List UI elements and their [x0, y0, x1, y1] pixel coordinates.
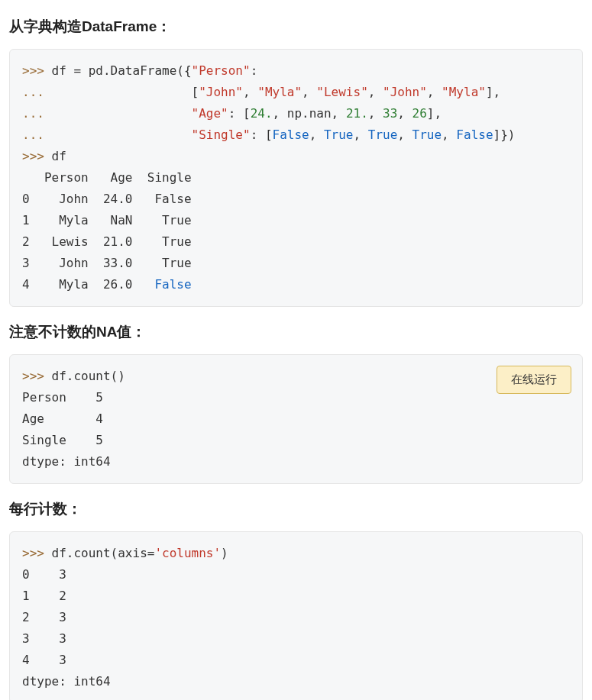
section-heading-3: 每行计数： — [9, 499, 583, 519]
code-text: , — [397, 127, 412, 142]
number-literal: 33 — [383, 106, 397, 121]
repl-cont: ... — [22, 127, 192, 142]
repl-prompt: >>> — [22, 149, 52, 163]
code-block-3: >>> df.count(axis='columns') 0 3 1 2 2 3… — [9, 531, 583, 700]
code-text: , — [397, 106, 412, 121]
code-text: df.count(axis= — [52, 546, 155, 560]
string-literal: "John" — [199, 85, 243, 99]
string-literal: "John" — [383, 85, 427, 99]
code-text: , — [354, 127, 368, 142]
string-literal: "Age" — [192, 106, 228, 121]
code-text: : — [251, 63, 258, 78]
string-literal: "Lewis" — [316, 85, 367, 99]
run-online-button[interactable]: 在线运行 — [497, 366, 571, 394]
section-heading-1: 从字典构造DataFrame： — [9, 17, 583, 37]
repl-prompt: >>> — [22, 546, 52, 560]
code-output: Person 5 Age 4 Single 5 dtype: int64 — [22, 390, 111, 469]
code-text: , — [368, 106, 383, 121]
keyword-literal: False — [154, 277, 191, 292]
string-literal: "Person" — [192, 63, 251, 78]
code-text: [ — [192, 85, 199, 99]
string-literal: "Single" — [192, 127, 251, 142]
code-text: : [ — [228, 106, 251, 121]
code-text: , np.nan, — [273, 106, 346, 121]
code-output: Person Age Single 0 John 24.0 False 1 My… — [22, 170, 192, 292]
code-text: : [ — [251, 127, 273, 142]
number-literal: 21. — [346, 106, 368, 121]
code-block-2: 在线运行>>> df.count() Person 5 Age 4 Single… — [9, 354, 583, 484]
repl-cont: ... — [22, 106, 192, 121]
code-text: ], — [427, 106, 442, 121]
string-literal: 'columns' — [154, 546, 221, 560]
string-literal: "Myla" — [257, 85, 302, 99]
string-literal: "Myla" — [442, 85, 486, 99]
code-output: 0 3 1 2 2 3 3 3 4 3 dtype: int64 — [22, 567, 111, 689]
keyword-literal: True — [368, 127, 398, 142]
number-literal: 24. — [251, 106, 273, 121]
code-text: , — [427, 85, 442, 99]
keyword-literal: True — [324, 127, 354, 142]
repl-prompt: >>> — [22, 63, 52, 78]
section-heading-2: 注意不计数的NA值： — [9, 322, 583, 342]
keyword-literal: False — [456, 127, 493, 142]
repl-cont: ... — [22, 85, 192, 99]
code-block-1: >>> df = pd.DataFrame({"Person": ... ["J… — [9, 49, 583, 307]
repl-prompt: >>> — [22, 369, 52, 383]
code-text: ]}) — [493, 127, 516, 142]
code-text: , — [368, 85, 383, 99]
code-text: ) — [221, 546, 228, 560]
keyword-literal: True — [412, 127, 442, 142]
number-literal: 26 — [412, 106, 427, 121]
keyword-literal: False — [273, 127, 309, 142]
code-text: , — [302, 85, 316, 99]
code-text: , — [309, 127, 324, 142]
code-text: df — [52, 149, 66, 163]
code-text: df = pd.DataFrame({ — [52, 63, 192, 78]
code-text: , — [442, 127, 456, 142]
code-text: df.count() — [52, 369, 125, 383]
code-text: , — [243, 85, 257, 99]
code-text: ], — [486, 85, 500, 99]
